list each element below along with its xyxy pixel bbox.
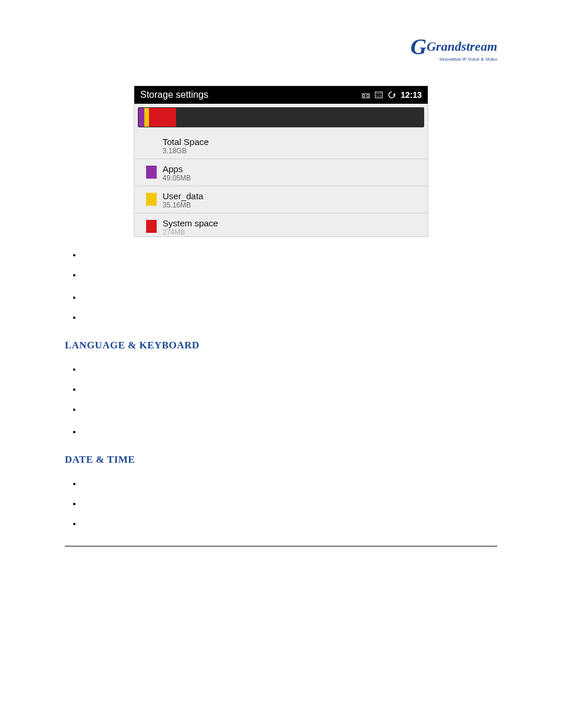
list-item [81,426,497,436]
row-label: System space [163,218,218,228]
svg-point-6 [380,93,381,94]
svg-point-1 [363,95,365,97]
logo-brand: Grandstream [427,39,497,54]
svg-point-5 [378,93,379,94]
storage-row-system[interactable]: System space 274MB [134,213,428,236]
row-label: Total Space [163,137,209,147]
clock: 12:13 [401,90,422,100]
usage-segment-apps [138,108,144,127]
heading-date-time: DATE & TIME [65,454,497,466]
list-item [81,291,497,302]
svg-point-9 [380,95,381,97]
swatch-system [146,220,157,233]
footer-rule [65,546,497,546]
screen-title: Storage settings [140,90,209,100]
row-value: 49.05MB [163,174,191,182]
storage-usage-bar [138,107,424,127]
usage-segment-system [149,108,176,127]
storage-list: Total Space 3.18GB Apps 49.05MB User_dat… [134,132,428,236]
row-label: User_data [163,191,203,201]
row-value: 35.16MB [163,201,203,209]
swatch-apps [146,166,157,179]
bullet-group-3 [65,363,497,414]
voicemail-icon [362,91,370,98]
list-item [81,403,497,414]
storage-row-total[interactable]: Total Space 3.18GB [134,132,428,159]
svg-point-8 [378,95,379,97]
list-item [81,518,497,528]
bullet-group-2 [65,291,497,322]
list-item [81,477,497,488]
list-item [81,311,497,322]
titlebar: Storage settings 12:13 [134,86,428,104]
row-label: Apps [163,164,191,174]
list-item [81,383,497,394]
list-item [81,363,497,374]
storage-row-user-data[interactable]: User_data 35.16MB [134,186,428,213]
storage-settings-screenshot: Storage settings 12:13 Total Space 3.18G… [134,85,428,237]
svg-rect-0 [362,94,370,98]
list-item [81,269,497,279]
svg-rect-3 [375,92,382,98]
svg-point-4 [376,93,378,94]
bullet-group-5 [65,477,497,528]
list-item [81,249,497,259]
bullet-group-1 [65,249,497,279]
row-value: 274MB [163,228,218,236]
usage-segment-user-data [144,108,149,127]
list-item [81,498,497,508]
brand-logo: GGrandstream Innovative IP Voice & Video [65,35,497,62]
row-value: 3.18GB [163,147,209,155]
keypad-icon [375,91,383,98]
swatch-user-data [146,193,157,206]
sync-icon [388,91,396,98]
bullet-group-4 [65,426,497,436]
svg-point-7 [376,95,378,97]
heading-language-keyboard: LANGUAGE & KEYBOARD [65,340,497,351]
svg-point-2 [367,95,369,97]
storage-row-apps[interactable]: Apps 49.05MB [134,159,428,186]
